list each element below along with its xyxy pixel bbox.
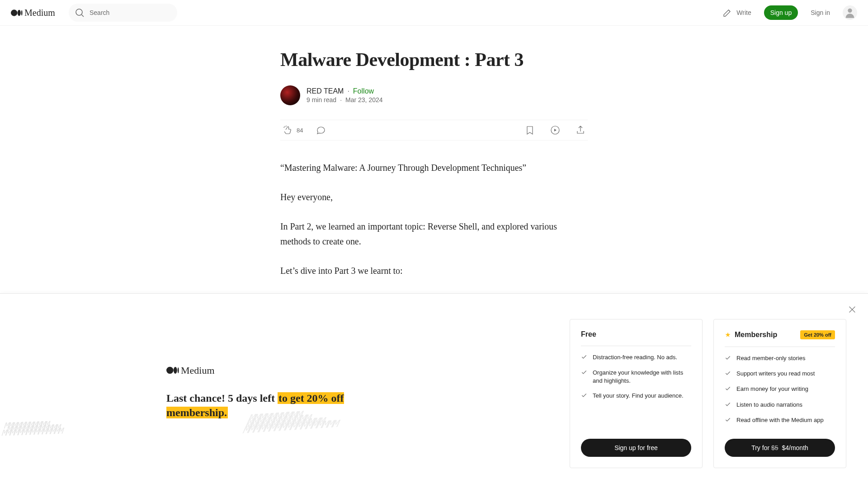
write-icon — [722, 7, 733, 18]
signin-link[interactable]: Sign in — [811, 9, 830, 16]
signup-free-button[interactable]: Sign up for free — [581, 439, 691, 457]
check-icon — [725, 355, 731, 363]
headline-pre: Last chance! 5 days left — [166, 392, 278, 404]
paragraph: Hey everyone, — [280, 190, 588, 205]
feature-text: Distraction-free reading. No ads. — [593, 353, 677, 362]
publish-date: Mar 23, 2024 — [345, 96, 383, 103]
svg-point-0 — [11, 9, 17, 16]
article-title: Malware Development : Part 3 — [280, 48, 588, 71]
plan-card-membership: Membership Get 20% off Read member-only … — [713, 319, 846, 468]
plan-features-membership: Read member-only stories Support writers… — [725, 354, 835, 425]
clap-count: 84 — [297, 127, 303, 134]
feature-item: Organize your knowledge with lists and h… — [581, 369, 691, 385]
star-icon — [725, 332, 731, 338]
svg-text:Medium: Medium — [24, 8, 55, 18]
feature-text: Earn money for your writing — [736, 385, 808, 394]
article: Malware Development : Part 3 RED TEAM · … — [280, 26, 588, 278]
check-icon — [725, 385, 731, 394]
plan-title-membership: Membership — [725, 331, 777, 339]
plan-title-free: Free — [581, 330, 596, 338]
listen-button[interactable] — [550, 125, 561, 136]
paragraph: In Part 2, we learned an important topic… — [280, 219, 588, 249]
plan-title-text: Membership — [735, 331, 777, 339]
search-input[interactable] — [90, 9, 172, 16]
follow-link[interactable]: Follow — [353, 87, 374, 95]
plan-head: Free — [581, 330, 691, 346]
feature-text: Organize your knowledge with lists and h… — [593, 369, 691, 385]
promo-left: MMMMMMMMMMM MMMMMMMMMMMMM MMMMMMMMMMMMMM… — [22, 319, 533, 420]
feature-item: Tell your story. Find your audience. — [581, 392, 691, 401]
check-icon — [725, 417, 731, 425]
author-name[interactable]: RED TEAM — [307, 87, 344, 95]
svg-point-4 — [76, 9, 82, 15]
close-icon — [847, 305, 857, 314]
svg-point-1 — [18, 9, 21, 16]
toolbar-left: 84 — [282, 125, 326, 136]
feature-text: Read offline with the Medium app — [736, 416, 824, 425]
article-body: “Mastering Malware: A Journey Through De… — [280, 160, 588, 278]
promo-logo: Medium — [166, 364, 533, 378]
close-button[interactable] — [847, 305, 857, 316]
clap-icon — [282, 125, 293, 136]
header-left: Medium — [11, 4, 177, 22]
search-box[interactable] — [69, 4, 177, 22]
svg-point-11 — [174, 367, 177, 374]
paragraph: Let’s dive into Part 3 we learnt to: — [280, 263, 588, 278]
feature-text: Read member-only stories — [736, 354, 805, 363]
cta-prefix: Try for — [751, 444, 771, 451]
medium-logo-icon: Medium — [166, 364, 221, 376]
svg-point-6 — [848, 9, 852, 13]
toolbar-right — [524, 125, 586, 136]
membership-promo: MMMMMMMMMMM MMMMMMMMMMMMM MMMMMMMMMMMMMM… — [0, 293, 868, 488]
check-icon — [581, 369, 587, 385]
plan-cards: Free Distraction-free reading. No ads. O… — [570, 319, 846, 468]
comment-icon — [316, 125, 326, 136]
discount-badge: Get 20% off — [800, 330, 835, 339]
cta-price: $4/month — [780, 444, 808, 451]
header: Medium Write Sign up Sign in — [0, 0, 868, 26]
share-button[interactable] — [575, 125, 586, 136]
paragraph: “Mastering Malware: A Journey Through De… — [280, 160, 588, 175]
comment-button[interactable] — [316, 125, 326, 136]
logo-wordmark[interactable]: Medium — [11, 7, 61, 19]
cta-strike-price: $5 — [771, 444, 778, 451]
decorative-m-pattern: MMMMMMMMMMM MMMMMMMMMMMMM MMMMMMMMMMMMMM… — [1, 422, 66, 435]
feature-item: Read member-only stories — [725, 354, 835, 363]
header-right: Write Sign up Sign in — [722, 5, 857, 20]
check-icon — [581, 392, 587, 401]
author-row: RED TEAM · Follow 9 min read · Mar 23, 2… — [280, 85, 588, 105]
svg-text:Medium: Medium — [181, 365, 215, 376]
feature-text: Listen to audio narrations — [736, 401, 802, 410]
plan-card-free: Free Distraction-free reading. No ads. O… — [570, 319, 703, 468]
read-time: 9 min read — [307, 96, 336, 103]
check-icon — [725, 401, 731, 410]
play-circle-icon — [550, 125, 561, 136]
author-meta: RED TEAM · Follow 9 min read · Mar 23, 2… — [307, 87, 383, 103]
meta-dot: · — [347, 87, 349, 95]
feature-text: Tell your story. Find your audience. — [593, 392, 684, 401]
feature-item: Support writers you read most — [725, 370, 835, 379]
plan-features-free: Distraction-free reading. No ads. Organi… — [581, 353, 691, 407]
author-avatar[interactable] — [280, 85, 300, 105]
clap-button[interactable]: 84 — [282, 125, 303, 136]
check-icon — [725, 370, 731, 379]
feature-item: Listen to audio narrations — [725, 401, 835, 410]
meta-dot: · — [340, 96, 342, 103]
author-line2: 9 min read · Mar 23, 2024 — [307, 96, 383, 103]
svg-line-5 — [82, 15, 84, 17]
write-link[interactable]: Write — [722, 7, 751, 18]
user-icon — [844, 6, 856, 19]
plan-head: Membership Get 20% off — [725, 330, 835, 347]
try-membership-button[interactable]: Try for $5 $4/month — [725, 439, 835, 457]
svg-point-12 — [178, 367, 179, 373]
bookmark-button[interactable] — [524, 125, 535, 136]
article-toolbar: 84 — [280, 120, 588, 141]
share-icon — [575, 125, 586, 136]
signup-button[interactable]: Sign up — [764, 5, 798, 20]
avatar[interactable] — [843, 5, 857, 20]
search-icon — [74, 7, 85, 18]
svg-point-10 — [166, 367, 174, 374]
promo-headline: Last chance! 5 days left to get 20% off … — [166, 391, 356, 420]
feature-item: Distraction-free reading. No ads. — [581, 353, 691, 362]
feature-item: Read offline with the Medium app — [725, 416, 835, 425]
